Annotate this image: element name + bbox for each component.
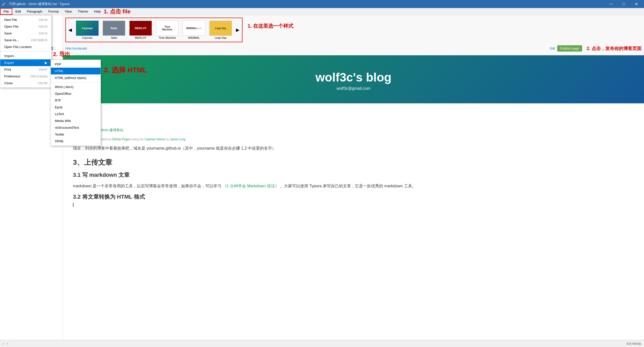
markdown-guide-link[interactable]: 《1 分钟学会 Markdown 语法》 [223, 184, 279, 188]
merlot-label: MERLOT [135, 36, 146, 39]
file-save-as[interactable]: Save As... Ctrl+Shift+S [0, 37, 51, 44]
export-restructured[interactable]: reStructuredText [51, 124, 101, 131]
export-pdf[interactable]: PDF [51, 61, 101, 68]
cayman-thumb: Cayman [76, 21, 99, 36]
step1-annotation: 1. 点击 file [104, 8, 130, 15]
menu-format[interactable]: Format [45, 8, 62, 15]
content-section-text: 现在，到你的博客中看看效果吧，域名是 yourname.github.io（其中… [73, 145, 634, 152]
export-rtf[interactable]: RTF [51, 97, 101, 104]
footer-by: by [166, 138, 170, 141]
edit-link[interactable]: Edit [550, 47, 555, 50]
file-open-location[interactable]: Open File Location [0, 44, 51, 50]
leapday-label: Leap Day [215, 36, 226, 39]
menu-bar: File Edit Paragraph Format View Theme He… [0, 8, 644, 15]
file-preference[interactable]: Preference Ctrl+Comma [0, 73, 51, 80]
github-pages-link[interactable]: GitHub Pages [112, 138, 131, 141]
export-mediawiki[interactable]: Media Wiki [51, 117, 101, 124]
file-close[interactable]: Close Ctrl+W [0, 80, 51, 86]
window-controls: ─ □ ✕ [605, 0, 642, 8]
hide-thumbnails-link[interactable]: Hide thumbnails [65, 47, 87, 50]
cayman-theme-link[interactable]: Cayman theme [144, 138, 165, 141]
section31-text: markdown 是一个非常有用的工具，以后写博客会常常使用，如果你不会，可以学… [73, 183, 634, 189]
nav-right-btn[interactable]: › [7, 342, 8, 345]
minimal-thumb: MINIMAL≡ ≡ ≡ [183, 21, 205, 36]
title-bar: 🖊 巧用 github - 10min 建博客站.md - Typora ─ □… [0, 0, 644, 8]
slate-label: Slate [111, 36, 117, 39]
step2-right-annotation: 2. 点击，发布你的博客页面 [587, 46, 641, 52]
blog-title: wolf3c's blog [68, 70, 639, 84]
file-menu-panel: 2. 导出 New File Ctrl+N Open File Ctrl+O S… [0, 15, 52, 88]
file-export[interactable]: Export ▶ [0, 59, 51, 66]
jason-long-link[interactable]: Jason Long [170, 138, 185, 141]
close-button[interactable]: ✕ [630, 0, 642, 8]
file-new[interactable]: New File Ctrl+N [0, 16, 51, 23]
theme-merlot[interactable]: MERLOT MERLOT [128, 20, 153, 40]
export-opml[interactable]: OPML [51, 138, 101, 145]
slate-thumb: Slate [103, 21, 125, 36]
menu-paragraph[interactable]: Paragraph [24, 8, 45, 15]
step1-right-annotation: 1. 在这里选一个样式 [248, 23, 293, 29]
blog-year: 2016 年 [73, 111, 634, 120]
export-openoffice[interactable]: OpenOffice [51, 90, 101, 97]
merlot-thumb: MERLOT [129, 21, 152, 36]
word-count: 414 Words [626, 342, 641, 345]
menu-edit[interactable]: Edit [12, 8, 24, 15]
blog-month: 2016 年 8 月 [73, 122, 634, 127]
export-html-no-styles[interactable]: HTML (without styles) [51, 74, 101, 81]
menu-view[interactable]: View [62, 8, 75, 15]
export-html[interactable]: HTML [51, 68, 101, 74]
footer-using: using the [131, 138, 144, 141]
content-area: ◀ Cayman Cayman Slate Slate MERLOT ME [63, 15, 644, 347]
theme-cayman[interactable]: Cayman Cayman [75, 20, 100, 40]
footer-period: . [186, 138, 187, 141]
theme-slate[interactable]: Slate Slate [102, 20, 126, 40]
nav-left-btn[interactable]: ‹ [3, 342, 4, 345]
preview-right-actions: Edit Publish page 2. 点击，发布你的博客页面 [550, 45, 641, 52]
leapday-thumb: Leap Day [209, 21, 232, 36]
export-textile[interactable]: Textile [51, 131, 101, 138]
separator2 [51, 82, 101, 82]
export-latex[interactable]: LaTeX [51, 111, 101, 117]
time-label: Time Machine [159, 36, 176, 39]
file-open[interactable]: Open File Ctrl+O [0, 23, 51, 30]
window-title: 巧用 github - 10min 建博客站.md - Typora [9, 2, 69, 6]
menu-help[interactable]: Help [91, 8, 104, 15]
theme-leap-day[interactable]: Leap Day Leap Day [208, 20, 233, 40]
file-dropdown: 2. 导出 New File Ctrl+N Open File Ctrl+O S… [0, 15, 52, 88]
file-print[interactable]: Print Ctrl+P [0, 66, 51, 73]
section31-heading: 3.1 写 markdown 文章 [73, 171, 634, 179]
separator1 [0, 51, 51, 52]
theme-prev-arrow[interactable]: ◀ [67, 26, 73, 34]
publish-page-button[interactable]: Publish page [557, 45, 582, 52]
maximize-button[interactable]: □ [618, 0, 629, 8]
blog-footer: This page was generated by GitHub Pages … [73, 138, 634, 141]
section32-heading: 3.2 将文章转换为 HTML 格式 [73, 193, 634, 201]
theme-next-arrow[interactable]: ▶ [235, 26, 240, 34]
export-submenu: 3. 选择 HTML PDF HTML HTML (without styles… [51, 60, 101, 146]
blog-content: 2016 年 2016 年 8 月 🔗 巧用 github - 10min 建博… [63, 103, 644, 220]
preview-actions: Hide thumbnails Edit Publish page 2. 点击，… [65, 44, 641, 53]
theme-selector: ◀ Cayman Cayman Slate Slate MERLOT ME [65, 18, 243, 42]
export-epub[interactable]: Epub [51, 104, 101, 111]
theme-minimal[interactable]: MINIMAL≡ ≡ ≡ MINIMAL [182, 20, 206, 40]
status-bar: ‹ › 414 Words [0, 340, 644, 347]
export-word[interactable]: Word (.docx) [51, 83, 101, 90]
blog-header: wolf3c's blog wolf3c@gmail.com [63, 55, 644, 103]
cayman-label: Cayman [82, 36, 93, 39]
status-left: ‹ › [3, 342, 8, 345]
time-thumb: TimeMachine [156, 21, 179, 36]
cursor-area[interactable] [73, 203, 634, 213]
minimal-label: MINIMAL [188, 36, 200, 39]
preview-panel: ◀ Cayman Cayman Slate Slate MERLOT ME [63, 15, 644, 55]
blog-preview: wolf3c's blog wolf3c@gmail.com 2016 年 20… [63, 55, 644, 220]
blog-email: wolf3c@gmail.com [68, 86, 639, 91]
blog-post-link[interactable]: 🔗 巧用 github - 10min 建博客站 [73, 128, 634, 133]
menu-file[interactable]: File [0, 8, 12, 15]
file-save[interactable]: Save Ctrl+S [0, 30, 51, 37]
minimize-button[interactable]: ─ [605, 0, 617, 8]
menu-theme[interactable]: Theme [75, 8, 91, 15]
section3-heading: 3、上传文章 [73, 158, 634, 167]
theme-time-machine[interactable]: TimeMachine Time Machine [155, 20, 180, 40]
file-import[interactable]: Import... [0, 53, 51, 59]
